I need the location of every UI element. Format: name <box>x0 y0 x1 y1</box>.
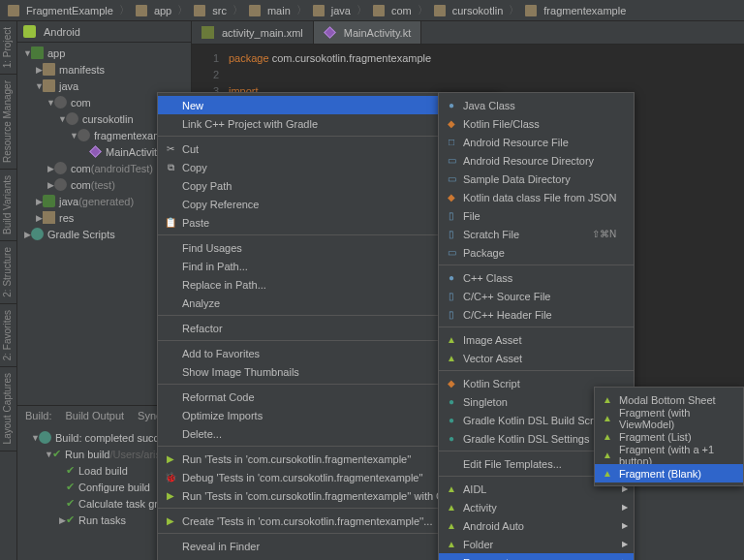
breadcrumb-item[interactable]: cursokotlin <box>434 5 504 16</box>
tree-icon <box>43 63 55 76</box>
menu-icon: ▲ <box>601 467 614 481</box>
menu-item[interactable]: ▭Sample Data Directory <box>439 170 634 188</box>
rail-tab[interactable]: Build Variants <box>0 170 15 240</box>
menu-icon-blank <box>164 322 177 335</box>
editor-tabs[interactable]: activity_main.xmlMainActivity.kt <box>192 21 744 45</box>
menu-icon: ● <box>445 271 458 285</box>
folder-icon <box>8 5 19 16</box>
rail-tab[interactable]: 2: Favorites <box>0 304 15 366</box>
tree-icon <box>43 79 55 92</box>
folder-icon <box>313 5 325 16</box>
menu-item[interactable]: ▲Android Auto▶ <box>439 516 634 535</box>
android-icon <box>23 25 36 38</box>
file-icon <box>324 26 336 39</box>
breadcrumb-item[interactable]: main <box>249 5 291 16</box>
menu-item[interactable]: ▭Android Resource Directory <box>439 151 634 170</box>
menu-icon: ▲ <box>601 393 614 407</box>
tree-icon <box>54 178 67 191</box>
menu-item[interactable]: ●C++ Class <box>439 268 634 287</box>
menu-icon: 📋 <box>164 216 177 230</box>
submenu-arrow-icon: ▶ <box>622 521 628 530</box>
menu-icon: ● <box>445 432 458 446</box>
build-tab[interactable]: Build Output <box>66 410 125 421</box>
menu-icon: ▲ <box>445 482 458 496</box>
menu-item[interactable]: ▲Fragment▶ <box>439 553 634 560</box>
folder-icon <box>249 5 261 16</box>
menu-icon: ▯ <box>445 308 458 322</box>
menu-icon: ▲ <box>445 333 458 347</box>
folder-icon <box>525 5 537 16</box>
menu-icon: ▲ <box>445 538 458 551</box>
menu-icon: □ <box>445 136 458 149</box>
fragment-submenu[interactable]: ▲Modal Bottom Sheet▲Fragment (with ViewM… <box>594 387 744 486</box>
build-tab: Build: <box>25 410 52 421</box>
tree-icon <box>43 211 55 224</box>
shortcut: ⇧⌘N <box>573 229 616 239</box>
rail-tab[interactable]: 1: Project <box>0 21 15 74</box>
menu-icon: ◆ <box>445 117 458 131</box>
menu-item[interactable]: ▯C/C++ Source File <box>439 287 634 305</box>
menu-item[interactable]: ▲Image Asset <box>439 330 634 349</box>
editor-tab[interactable]: activity_main.xml <box>192 21 314 44</box>
menu-icon: 🐞 <box>164 471 177 484</box>
tree-icon <box>78 129 90 141</box>
breadcrumb-item[interactable]: fragmentexample <box>525 5 626 16</box>
menu-icon-blank <box>164 409 177 422</box>
tree-item[interactable]: ▶manifests <box>17 61 191 78</box>
rail-tab[interactable]: Layout Captures <box>0 367 15 450</box>
menu-icon: ▶ <box>164 514 177 528</box>
menu-icon: ▲ <box>445 519 458 533</box>
new-submenu[interactable]: ●Java Class◆Kotlin File/Class□Android Re… <box>438 92 635 560</box>
menu-icon-blank <box>164 296 177 310</box>
menu-icon-blank <box>164 117 177 131</box>
menu-item[interactable]: ●Java Class <box>439 96 634 114</box>
menu-icon: ◆ <box>445 191 458 204</box>
tree-item[interactable]: ▼app <box>17 45 191 61</box>
menu-icon: ▲ <box>601 430 614 444</box>
tree-icon <box>31 47 44 59</box>
menu-icon-blank <box>164 241 177 255</box>
menu-item[interactable]: ◆Kotlin File/Class <box>439 114 634 133</box>
menu-icon: ▭ <box>445 172 458 186</box>
breadcrumb-bar: FragmentExample〉app〉src〉main〉java〉com〉cu… <box>0 0 744 21</box>
menu-icon: ▲ <box>601 412 614 425</box>
menu-icon-blank <box>164 540 177 553</box>
rail-tab[interactable]: Resource Manager <box>0 75 15 169</box>
menu-item[interactable]: ▲Fragment (with a +1 button) <box>595 446 743 464</box>
menu-item[interactable]: ▲Vector Asset <box>439 349 634 367</box>
menu-item[interactable]: ▲Folder▶ <box>439 535 634 553</box>
tree-icon <box>31 228 44 240</box>
menu-item[interactable]: ▲Fragment (with ViewModel) <box>595 409 743 427</box>
rail-tab[interactable]: 2: Structure <box>0 241 15 303</box>
editor-tab[interactable]: MainActivity.kt <box>314 21 421 44</box>
menu-icon-blank <box>164 198 177 211</box>
menu-item[interactable]: ▲Activity▶ <box>439 498 634 516</box>
menu-item[interactable]: ▲Fragment (Blank) <box>595 464 743 482</box>
submenu-arrow-icon: ▶ <box>622 503 628 512</box>
project-header[interactable]: Android <box>17 21 191 43</box>
menu-icon-blank <box>164 278 177 292</box>
menu-icon: ▭ <box>445 154 458 168</box>
menu-item[interactable]: ▯C/C++ Header File <box>439 305 634 324</box>
menu-icon: ● <box>445 99 458 112</box>
menu-item[interactable]: ▭Package <box>439 243 634 262</box>
menu-icon: ▲ <box>445 556 458 561</box>
menu-icon: ▭ <box>445 246 458 260</box>
menu-icon: ▯ <box>445 228 458 241</box>
tree-icon <box>54 96 67 109</box>
menu-item[interactable]: ◆Kotlin data class File from JSON <box>439 188 634 206</box>
menu-item[interactable]: ▯File <box>439 206 634 225</box>
breadcrumb-item[interactable]: com <box>373 5 412 16</box>
menu-item[interactable]: ▯Scratch File⇧⌘N <box>439 225 634 243</box>
breadcrumb-item[interactable]: src <box>194 5 227 16</box>
breadcrumb-item[interactable]: java <box>313 5 351 16</box>
menu-icon-blank <box>164 179 177 193</box>
menu-item[interactable]: □Android Resource File <box>439 133 634 151</box>
menu-icon: ▶ <box>164 452 177 466</box>
menu-icon: ✂ <box>164 142 177 156</box>
menu-icon: ▶ <box>164 489 177 503</box>
breadcrumb-item[interactable]: FragmentExample <box>8 5 113 16</box>
breadcrumb-item[interactable]: app <box>136 5 171 16</box>
tree-icon <box>43 195 55 207</box>
tree-icon <box>66 112 78 125</box>
